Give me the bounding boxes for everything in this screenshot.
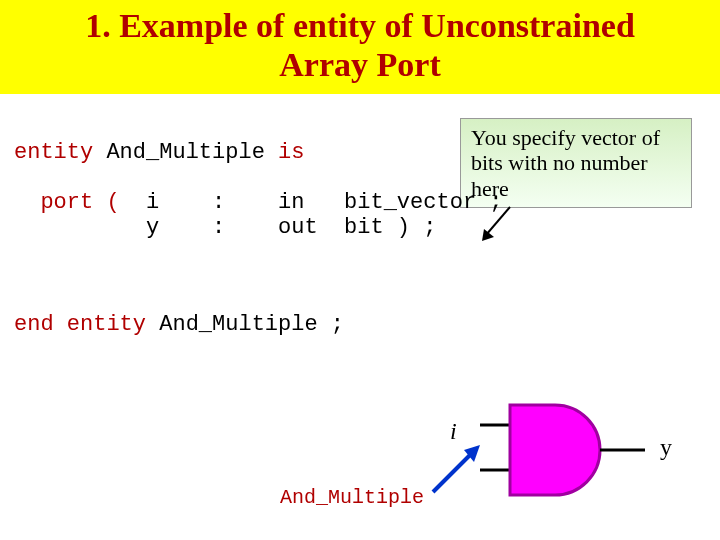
title-line-1: 1. Example of entity of Unconstrained <box>85 7 635 44</box>
code-port-y: y : out bit ) ; <box>14 215 436 240</box>
kw-end-entity: end entity <box>14 312 146 337</box>
gate-name-label: And_Multiple <box>280 486 424 509</box>
input-label: i <box>450 418 457 445</box>
title-line-2: Array Port <box>279 46 440 83</box>
code-end-line: end entity And_Multiple ; <box>14 312 344 337</box>
code-port-i: i : in bit_vector ; <box>120 190 503 215</box>
kw-port: port ( <box>14 190 120 215</box>
kw-entity: entity <box>14 140 93 165</box>
code-end-name: And_Multiple ; <box>146 312 344 337</box>
slide-title: 1. Example of entity of Unconstrained Ar… <box>10 6 710 84</box>
input-arrow-icon <box>428 442 488 497</box>
kw-is: is <box>278 140 304 165</box>
svg-line-2 <box>433 452 473 492</box>
output-label: y <box>660 434 672 461</box>
code-block: entity And_Multiple is port ( i : in bit… <box>14 140 503 240</box>
title-bar: 1. Example of entity of Unconstrained Ar… <box>0 0 720 94</box>
and-gate-icon <box>480 400 650 500</box>
code-name: And_Multiple <box>93 140 278 165</box>
